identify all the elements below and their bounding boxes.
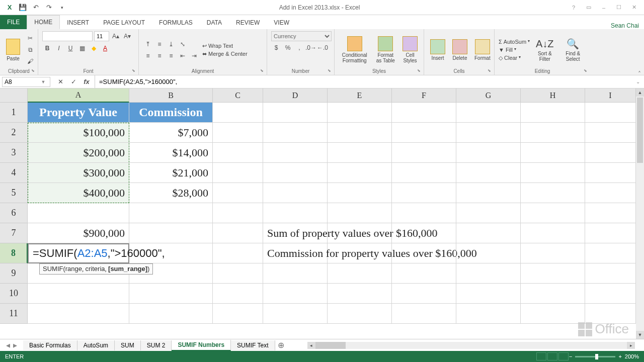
cell[interactable] xyxy=(213,103,263,123)
fill-color-icon[interactable]: ◆ xyxy=(89,43,99,53)
cell[interactable] xyxy=(585,103,636,123)
row-header[interactable]: 4 xyxy=(0,163,28,183)
cell[interactable] xyxy=(392,284,456,304)
fill-button[interactable]: ▼Fill▾ xyxy=(499,47,530,53)
cell[interactable] xyxy=(392,103,456,123)
col-header-E[interactable]: E xyxy=(328,88,392,103)
save-icon[interactable]: 💾 xyxy=(17,2,28,13)
cell[interactable] xyxy=(521,243,585,263)
cell[interactable] xyxy=(521,284,585,304)
cell[interactable] xyxy=(213,163,263,183)
close-icon[interactable]: ✕ xyxy=(628,3,640,12)
cell[interactable] xyxy=(521,123,585,143)
cell[interactable] xyxy=(456,263,521,284)
align-bottom-icon[interactable]: ⤓ xyxy=(166,39,176,49)
increase-decimal-icon[interactable]: .0→ xyxy=(306,43,316,53)
zoom-out-icon[interactable]: − xyxy=(569,353,572,359)
tab-home[interactable]: HOME xyxy=(27,15,60,29)
cell[interactable] xyxy=(263,163,328,183)
cell[interactable] xyxy=(263,143,328,163)
cell[interactable] xyxy=(456,143,521,163)
cell[interactable] xyxy=(585,143,636,163)
cell[interactable] xyxy=(328,143,392,163)
tab-insert[interactable]: INSERT xyxy=(60,16,96,29)
row-header[interactable]: 3 xyxy=(0,143,28,163)
user-name[interactable]: Sean Chai xyxy=(611,22,639,29)
align-center-icon[interactable]: ≡ xyxy=(154,51,165,61)
cell[interactable] xyxy=(585,284,636,304)
tab-file[interactable]: FILE xyxy=(0,15,27,29)
sheet-tab[interactable]: SUM xyxy=(115,340,141,350)
decrease-font-icon[interactable]: A▾ xyxy=(122,31,132,41)
underline-icon[interactable]: U xyxy=(65,43,75,53)
cut-icon[interactable]: ✂ xyxy=(25,33,35,43)
copy-icon[interactable]: ⧉ xyxy=(25,45,35,55)
cell[interactable] xyxy=(456,223,521,243)
cell[interactable] xyxy=(213,183,263,203)
select-all-button[interactable] xyxy=(0,88,28,103)
cell[interactable] xyxy=(129,203,213,223)
scroll-down-icon[interactable]: ▼ xyxy=(636,331,644,339)
cell[interactable] xyxy=(263,183,328,203)
cell[interactable] xyxy=(213,223,263,243)
cell[interactable] xyxy=(263,284,328,304)
wrap-text-button[interactable]: ↩Wrap Text xyxy=(202,43,248,49)
cell[interactable] xyxy=(263,203,328,223)
scroll-thumb[interactable] xyxy=(637,98,643,163)
align-right-icon[interactable]: ≡ xyxy=(166,51,176,61)
decrease-indent-icon[interactable]: ⇤ xyxy=(178,51,188,61)
page-layout-view-icon[interactable] xyxy=(547,352,557,360)
maximize-icon[interactable]: ☐ xyxy=(613,3,625,12)
cell[interactable] xyxy=(328,163,392,183)
row-header[interactable]: 1 xyxy=(0,103,28,123)
hscroll-left-icon[interactable]: ◂ xyxy=(307,342,315,349)
cell[interactable] xyxy=(585,183,636,203)
col-header-C[interactable]: C xyxy=(213,88,263,103)
cell-A2[interactable]: $100,000 xyxy=(28,123,129,143)
cell[interactable] xyxy=(585,163,636,183)
sheet-tab[interactable]: Basic Formulas xyxy=(23,340,77,350)
number-format-select[interactable]: Currency xyxy=(271,31,332,41)
cell[interactable] xyxy=(213,243,263,263)
zoom-in-icon[interactable]: + xyxy=(618,353,621,359)
bold-icon[interactable]: B xyxy=(42,43,52,53)
format-as-table-button[interactable]: Format as Table xyxy=(374,35,397,64)
cell[interactable] xyxy=(328,203,392,223)
clear-button[interactable]: ◇Clear▾ xyxy=(499,55,530,61)
cell[interactable] xyxy=(129,223,213,243)
cell[interactable] xyxy=(456,163,521,183)
autosum-button[interactable]: ΣAutoSum▾ xyxy=(499,39,530,45)
cell[interactable] xyxy=(585,123,636,143)
cell-B3[interactable]: $14,000 xyxy=(129,143,213,163)
cell-A3[interactable]: $200,000 xyxy=(28,143,129,163)
cell[interactable] xyxy=(328,123,392,143)
cell[interactable] xyxy=(392,123,456,143)
tab-view[interactable]: VIEW xyxy=(267,16,296,29)
tab-formulas[interactable]: FORMULAS xyxy=(152,16,200,29)
normal-view-icon[interactable] xyxy=(536,352,546,360)
format-cells-button[interactable]: Format xyxy=(472,38,493,62)
cancel-formula-icon[interactable]: ✕ xyxy=(56,78,64,85)
cell[interactable] xyxy=(392,163,456,183)
italic-icon[interactable]: I xyxy=(54,43,64,53)
cell[interactable] xyxy=(585,263,636,284)
cell[interactable] xyxy=(213,203,263,223)
cell[interactable] xyxy=(263,263,328,284)
cell[interactable] xyxy=(456,243,521,263)
cell[interactable] xyxy=(213,304,263,324)
cell-B2[interactable]: $7,000 xyxy=(129,123,213,143)
cell[interactable] xyxy=(521,304,585,324)
cell[interactable] xyxy=(585,223,636,243)
cell[interactable] xyxy=(585,243,636,263)
formula-bar[interactable]: =SUMIF(A2:A5,">160000", xyxy=(95,78,632,85)
conditional-formatting-button[interactable]: Conditional Formatting xyxy=(339,35,371,64)
cell[interactable] xyxy=(328,284,392,304)
cell[interactable] xyxy=(456,123,521,143)
cell[interactable] xyxy=(213,263,263,284)
cell-B5[interactable]: $28,000 xyxy=(129,183,213,203)
col-header-G[interactable]: G xyxy=(456,88,521,103)
horizontal-scrollbar[interactable]: ◂ ▸ xyxy=(307,342,635,349)
help-icon[interactable]: ? xyxy=(568,3,580,12)
cell[interactable] xyxy=(521,183,585,203)
cell[interactable] xyxy=(213,143,263,163)
